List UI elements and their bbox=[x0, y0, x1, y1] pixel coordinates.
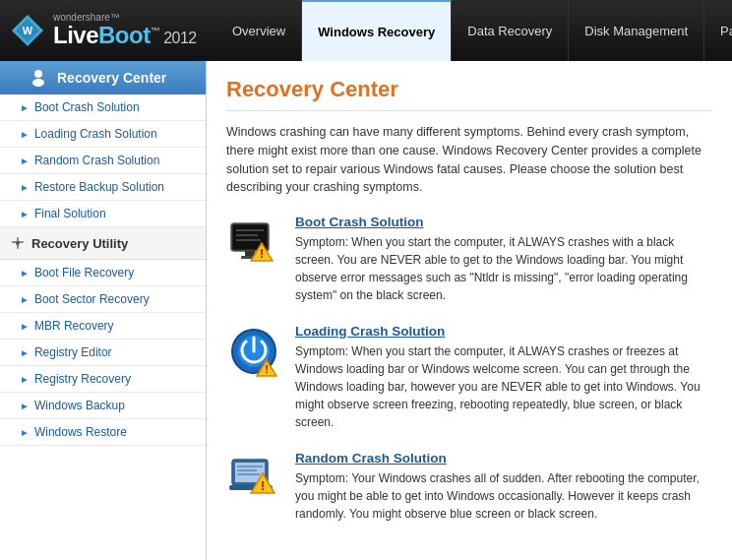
tab-password-key[interactable]: Password & Key bbox=[704, 0, 732, 61]
arrow-icon: ► bbox=[20, 156, 30, 166]
arrow-icon: ► bbox=[20, 182, 30, 193]
nav-tabs: Overview Windows Recovery Data Recovery … bbox=[216, 0, 732, 61]
logo-area: W wondershare™ LiveBoot™ 2012 bbox=[0, 0, 216, 61]
page-title: Recovery Center bbox=[226, 77, 712, 111]
sidebar-item-label: Loading Crash Solution bbox=[34, 127, 157, 141]
solution-loading-crash: ! Loading Crash Solution Symptom: When y… bbox=[226, 324, 712, 431]
tab-disk-management[interactable]: Disk Management bbox=[569, 0, 704, 61]
sidebar-item-label: Windows Restore bbox=[34, 425, 127, 439]
arrow-icon: ► bbox=[20, 321, 30, 332]
loading-crash-text: Loading Crash Solution Symptom: When you… bbox=[295, 324, 712, 431]
tab-windows-recovery[interactable]: Windows Recovery bbox=[302, 0, 452, 61]
svg-point-7 bbox=[16, 241, 20, 245]
sidebar-item-boot-sector-recovery[interactable]: ► Boot Sector Recovery bbox=[0, 286, 206, 313]
arrow-icon: ► bbox=[20, 294, 30, 305]
loading-crash-description: Symptom: When you start the computer, it… bbox=[295, 342, 712, 431]
svg-text:!: ! bbox=[260, 247, 264, 261]
sidebar-item-registry-editor[interactable]: ► Registry Editor bbox=[0, 340, 206, 366]
sidebar-item-label: Boot Crash Solution bbox=[34, 100, 140, 114]
logo-brand: LiveBoot™ 2012 bbox=[53, 23, 197, 48]
random-crash-description: Symptom: Your Windows crashes all of sud… bbox=[295, 469, 712, 523]
sidebar-item-label: Windows Backup bbox=[34, 399, 125, 412]
svg-text:!: ! bbox=[261, 479, 265, 493]
boot-crash-description: Symptom: When you start the computer, it… bbox=[295, 233, 712, 304]
sidebar-item-boot-file-recovery[interactable]: ► Boot File Recovery bbox=[0, 260, 206, 286]
main-layout: Recovery Center ► Boot Crash Solution ► … bbox=[0, 61, 732, 560]
app-header: W wondershare™ LiveBoot™ 2012 Overview W… bbox=[0, 0, 732, 61]
arrow-icon: ► bbox=[20, 129, 30, 140]
sidebar-section-recovery-utility: Recovery Utility bbox=[0, 227, 206, 260]
content-area: Recovery Center Windows crashing can hav… bbox=[207, 61, 732, 560]
sidebar: Recovery Center ► Boot Crash Solution ► … bbox=[0, 61, 207, 560]
random-crash-icon: ! bbox=[226, 451, 281, 506]
sidebar-item-final-solution[interactable]: ► Final Solution bbox=[0, 201, 206, 227]
boot-crash-title[interactable]: Boot Crash Solution bbox=[295, 215, 712, 229]
sidebar-item-random-crash[interactable]: ► Random Crash Solution bbox=[0, 148, 206, 174]
sidebar-item-restore-backup[interactable]: ► Restore Backup Solution bbox=[0, 174, 206, 201]
svg-text:!: ! bbox=[265, 363, 269, 375]
intro-text: Windows crashing can have many different… bbox=[226, 123, 712, 197]
arrow-icon: ► bbox=[20, 347, 30, 358]
boot-crash-text: Boot Crash Solution Symptom: When you st… bbox=[295, 215, 712, 304]
sidebar-item-label: Final Solution bbox=[34, 207, 106, 220]
sidebar-section-recovery-center: Recovery Center bbox=[0, 61, 206, 94]
tab-data-recovery[interactable]: Data Recovery bbox=[452, 0, 569, 61]
tab-overview[interactable]: Overview bbox=[216, 0, 302, 61]
sidebar-item-label: Restore Backup Solution bbox=[34, 180, 164, 194]
sidebar-item-windows-restore[interactable]: ► Windows Restore bbox=[0, 419, 206, 446]
sidebar-item-registry-recovery[interactable]: ► Registry Recovery bbox=[0, 366, 206, 393]
arrow-icon: ► bbox=[20, 374, 30, 385]
logo-text: wondershare™ LiveBoot™ 2012 bbox=[53, 12, 197, 48]
solution-random-crash: ! Random Crash Solution Symptom: Your Wi… bbox=[226, 451, 712, 523]
sidebar-item-label: Boot Sector Recovery bbox=[34, 292, 150, 306]
wrench-icon bbox=[10, 235, 26, 251]
sidebar-section1-title: Recovery Center bbox=[57, 70, 166, 86]
wondershare-logo-icon: W bbox=[10, 13, 45, 48]
sidebar-item-label: Random Crash Solution bbox=[34, 154, 159, 167]
svg-point-3 bbox=[34, 70, 42, 78]
svg-rect-24 bbox=[237, 469, 257, 471]
svg-text:W: W bbox=[23, 25, 33, 36]
sidebar-item-boot-crash[interactable]: ► Boot Crash Solution bbox=[0, 94, 206, 121]
svg-rect-12 bbox=[236, 239, 261, 241]
arrow-icon: ► bbox=[20, 427, 30, 438]
svg-point-4 bbox=[32, 79, 44, 87]
sidebar-item-label: Registry Editor bbox=[34, 345, 112, 359]
sidebar-item-label: MBR Recovery bbox=[34, 319, 114, 333]
svg-rect-25 bbox=[237, 473, 260, 475]
arrow-icon: ► bbox=[20, 209, 30, 219]
random-crash-text: Random Crash Solution Symptom: Your Wind… bbox=[295, 451, 712, 523]
svg-rect-13 bbox=[245, 251, 255, 256]
sidebar-section2-title: Recovery Utility bbox=[31, 236, 128, 251]
svg-rect-10 bbox=[236, 229, 264, 231]
svg-rect-23 bbox=[237, 466, 263, 467]
boot-crash-icon: ! bbox=[226, 215, 281, 270]
arrow-icon: ► bbox=[20, 102, 30, 113]
sidebar-item-loading-crash[interactable]: ► Loading Crash Solution bbox=[0, 121, 206, 148]
svg-rect-11 bbox=[236, 234, 258, 236]
solution-boot-crash: ! Boot Crash Solution Symptom: When you … bbox=[226, 215, 712, 304]
arrow-icon: ► bbox=[20, 401, 30, 411]
sidebar-item-windows-backup[interactable]: ► Windows Backup bbox=[0, 393, 206, 419]
arrow-icon: ► bbox=[20, 268, 30, 279]
sidebar-item-mbr-recovery[interactable]: ► MBR Recovery bbox=[0, 313, 206, 340]
loading-crash-icon: ! bbox=[226, 324, 281, 379]
loading-crash-title[interactable]: Loading Crash Solution bbox=[295, 324, 712, 339]
sidebar-item-label: Registry Recovery bbox=[34, 372, 131, 386]
sidebar-item-label: Boot File Recovery bbox=[34, 266, 134, 280]
random-crash-title[interactable]: Random Crash Solution bbox=[295, 451, 712, 466]
person-icon bbox=[30, 69, 47, 87]
